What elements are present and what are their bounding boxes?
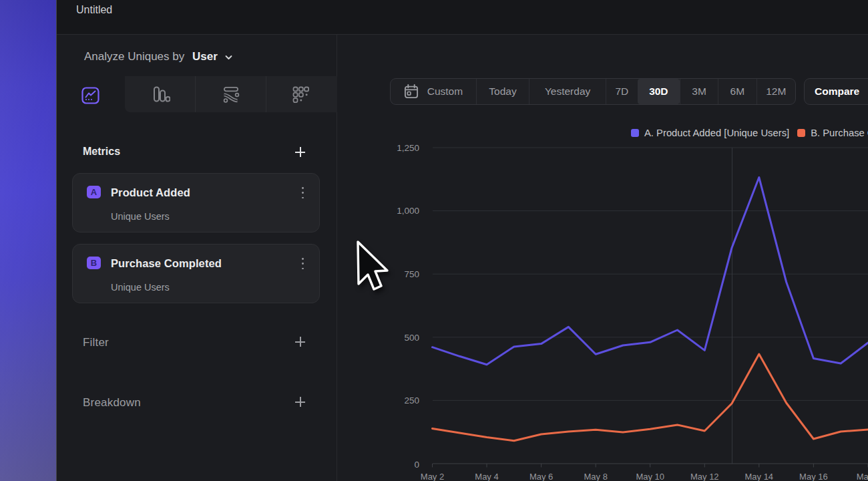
svg-text:May 12: May 12 (690, 472, 719, 481)
svg-text:May 8: May 8 (584, 472, 607, 481)
svg-text:May 6: May 6 (529, 472, 553, 481)
svg-text:May 2: May 2 (421, 472, 444, 481)
svg-text:May 4: May 4 (475, 472, 498, 481)
svg-text:May 18: May 18 (857, 472, 868, 481)
svg-text:500: 500 (404, 333, 419, 343)
svg-text:250: 250 (404, 395, 419, 406)
svg-text:0: 0 (414, 460, 419, 470)
svg-text:1,000: 1,000 (397, 206, 419, 216)
svg-text:May 16: May 16 (799, 472, 828, 481)
svg-text:May 14: May 14 (744, 472, 773, 481)
svg-text:750: 750 (404, 269, 419, 279)
svg-text:1,250: 1,250 (397, 143, 419, 153)
svg-text:May 10: May 10 (636, 472, 664, 481)
